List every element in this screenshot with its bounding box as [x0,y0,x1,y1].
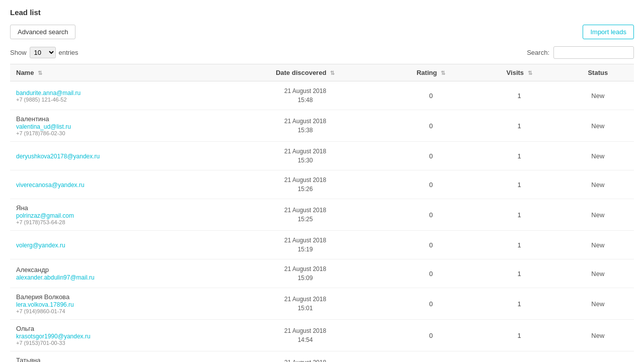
lead-time: 15:48 [298,97,313,104]
lead-visits: 1 [518,211,521,219]
toolbar: Advanced search Import leads [10,25,634,39]
search-label: Search: [527,49,549,56]
lead-name-cell: bandurite.anna@mail.ru+7 (9885) 121-46-5… [10,81,225,110]
lead-email[interactable]: bandurite.anna@mail.ru [16,89,80,97]
col-date-discovered[interactable]: Date discovered ⇅ [225,64,385,81]
lead-name-cell: Валентинаvalentina_ud@list.ru+7 (9178)78… [10,110,225,142]
lead-email[interactable]: krasotsgor1990@yandex.ru [16,333,91,340]
lead-date-cell: 21 August 201815:26 [225,170,385,199]
lead-time: 15:09 [298,275,313,282]
lead-visits-cell: 1 [477,320,562,351]
table-row[interactable]: viverecanosa@yandex.ru21 August 201815:2… [10,170,634,199]
lead-status-cell: New [562,288,634,320]
lead-email[interactable]: polrinzaz@gmail.com [16,212,74,219]
col-name[interactable]: Name ⇅ [10,64,225,81]
entries-label: entries [59,49,78,56]
col-visits[interactable]: Visits ⇅ [477,64,562,81]
lead-visits-cell: 1 [477,170,562,199]
col-status: Status [562,64,634,81]
lead-email[interactable]: viverecanosa@yandex.ru [16,182,85,189]
lead-status-cell: New [562,351,634,363]
table-row[interactable]: Валентинаvalentina_ud@list.ru+7 (9178)78… [10,110,634,142]
sort-icon-date: ⇅ [330,70,335,76]
lead-visits: 1 [518,300,521,308]
lead-rating: 0 [429,152,433,160]
table-row[interactable]: Татьянаbychanova_ta@mail.ru+7 (9359)862-… [10,351,634,363]
lead-email[interactable]: deryushkova20178@yandex.ru [16,153,100,160]
table-row[interactable]: Янаpolrinzaz@gmail.com+7 (9178)753-64-28… [10,199,634,231]
import-leads-button[interactable]: Import leads [583,25,634,39]
lead-phone: +7 (914)9860-01-74 [16,308,219,314]
lead-date: 21 August 2018 [284,265,326,273]
lead-date-cell: 21 August 201815:01 [225,288,385,320]
table-header-row: Name ⇅ Date discovered ⇅ Rating ⇅ Visits… [10,64,634,81]
entries-per-page-select[interactable]: 10 25 50 100 [30,47,56,58]
lead-visits-cell: 1 [477,231,562,259]
lead-time: 15:38 [298,127,313,134]
lead-rating-cell: 0 [385,351,476,363]
lead-visits-cell: 1 [477,142,562,170]
lead-date-cell: 21 August 201815:30 [225,142,385,170]
lead-name-cell: Александрalexander.abdulin97@mail.ru [10,259,225,288]
show-label: Show [10,49,27,56]
lead-email[interactable]: volerg@yandex.ru [16,242,65,249]
lead-date: 21 August 2018 [284,148,326,155]
lead-rating: 0 [429,181,433,189]
lead-status-cell: New [562,142,634,170]
table-row[interactable]: bandurite.anna@mail.ru+7 (9885) 121-46-5… [10,81,634,110]
lead-email[interactable]: alexander.abdulin97@mail.ru [16,274,95,281]
lead-visits: 1 [518,332,521,339]
lead-rating-cell: 0 [385,231,476,259]
lead-name-cell: Ольгаkrasotsgor1990@yandex.ru+7 (9153)70… [10,320,225,351]
lead-name: Валерия Волкова [16,293,219,301]
lead-visits: 1 [518,152,521,160]
lead-rating: 0 [429,92,433,100]
lead-date: 21 August 2018 [284,118,326,125]
lead-email[interactable]: valentina_ud@list.ru [16,123,71,130]
lead-status: New [591,92,604,100]
lead-name-cell: Татьянаbychanova_ta@mail.ru+7 (9359)862-… [10,351,225,363]
lead-rating-cell: 0 [385,199,476,231]
lead-rating: 0 [429,241,433,249]
lead-date: 21 August 2018 [284,176,326,184]
table-row[interactable]: volerg@yandex.ru21 August 201815:1901New [10,231,634,259]
lead-visits-cell: 1 [477,288,562,320]
lead-name-cell: viverecanosa@yandex.ru [10,170,225,199]
table-row[interactable]: Александрalexander.abdulin97@mail.ru21 A… [10,259,634,288]
lead-visits-cell: 1 [477,259,562,288]
table-row[interactable]: deryushkova20178@yandex.ru21 August 2018… [10,142,634,170]
leads-table: Name ⇅ Date discovered ⇅ Rating ⇅ Visits… [10,64,634,362]
lead-visits: 1 [518,241,521,249]
table-row[interactable]: Валерия Волковаlera.volkova.17896.ru+7 (… [10,288,634,320]
lead-rating-cell: 0 [385,110,476,142]
lead-status-cell: New [562,170,634,199]
lead-status-cell: New [562,199,634,231]
lead-status-cell: New [562,320,634,351]
lead-date: 21 August 2018 [284,296,326,303]
lead-date: 21 August 2018 [284,327,326,334]
search-box: Search: [527,46,634,59]
lead-rating: 0 [429,332,433,339]
lead-rating-cell: 0 [385,288,476,320]
col-rating[interactable]: Rating ⇅ [385,64,476,81]
lead-rating-cell: 0 [385,81,476,110]
lead-visits-cell: 1 [477,351,562,363]
lead-name: Ольга [16,325,219,332]
search-input[interactable] [553,46,634,59]
lead-time: 15:25 [298,216,313,223]
lead-email[interactable]: lera.volkova.17896.ru [16,301,74,308]
lead-rating: 0 [429,211,433,219]
lead-date-cell: 21 August 201815:48 [225,81,385,110]
lead-phone: +7 (9178)753-64-28 [16,219,219,225]
show-entries-control: Show 10 25 50 100 entries [10,47,78,58]
lead-date-cell: 21 August 201815:19 [225,231,385,259]
lead-date-cell: 21 August 201815:25 [225,199,385,231]
advanced-search-button[interactable]: Advanced search [10,25,75,39]
lead-status: New [591,241,604,249]
lead-rating: 0 [429,270,433,278]
lead-date-cell: 21 August 201814:54 [225,351,385,363]
table-row[interactable]: Ольгаkrasotsgor1990@yandex.ru+7 (9153)70… [10,320,634,351]
lead-name: Александр [16,266,219,274]
lead-name-cell: Янаpolrinzaz@gmail.com+7 (9178)753-64-28 [10,199,225,231]
lead-time: 15:19 [298,246,313,253]
